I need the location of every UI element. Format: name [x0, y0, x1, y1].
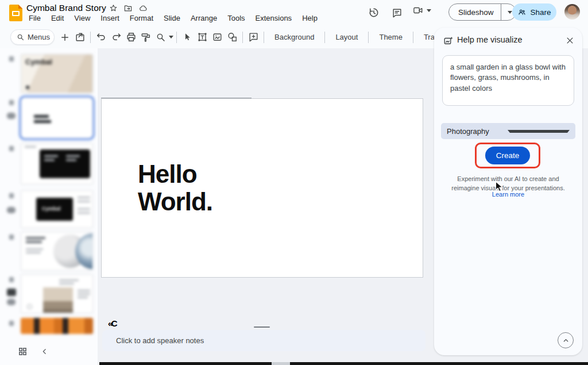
meet-camera-icon[interactable]	[412, 5, 431, 16]
move-folder-icon[interactable]	[123, 4, 133, 13]
slide-number	[9, 56, 14, 62]
thumb-text-blur	[59, 283, 74, 285]
star-icon[interactable]	[109, 4, 118, 13]
thumb-logo-dot	[26, 86, 29, 89]
help-me-visualize-panel: Help me visualize a small garden in a gl…	[434, 28, 582, 355]
zoom-tool-icon[interactable]	[153, 30, 168, 45]
thumb-text-blur	[26, 248, 43, 250]
learn-more-link[interactable]: Learn more	[448, 191, 568, 198]
layout-button[interactable]: Layout	[328, 33, 365, 41]
thumb-text-blur	[78, 293, 90, 295]
slide-thumbnail-2-selected[interactable]	[21, 97, 93, 139]
slide-number	[9, 277, 14, 282]
redo-icon[interactable]	[109, 30, 123, 45]
slide-link-icon	[7, 299, 16, 305]
cymbal-logo-mark: «C	[108, 318, 116, 328]
menu-file[interactable]: File	[26, 13, 46, 24]
close-panel-icon[interactable]	[564, 34, 575, 46]
paint-format-icon[interactable]	[138, 30, 153, 45]
version-history-icon[interactable]	[366, 5, 381, 20]
visualize-image-sparkle-icon	[443, 36, 454, 46]
slide-number	[9, 235, 14, 240]
collapse-filmstrip-icon[interactable]	[41, 348, 48, 355]
slide-link-icon	[7, 113, 16, 119]
add-comment-icon[interactable]	[246, 30, 261, 45]
zoom-dropdown-caret[interactable]	[169, 36, 173, 39]
theme-button[interactable]: Theme	[372, 33, 409, 41]
toolbar-divider	[90, 32, 91, 43]
slideshow-button[interactable]: Slideshow	[448, 3, 516, 21]
account-avatar[interactable]	[564, 4, 580, 20]
print-icon[interactable]	[123, 30, 138, 45]
slideshow-label[interactable]: Slideshow	[449, 4, 501, 20]
thumb-text-blur	[78, 201, 90, 202]
thumb-text-blur	[78, 290, 90, 291]
thumb-photo-blur	[43, 287, 73, 313]
menus-search-button[interactable]: Menus	[10, 29, 55, 45]
menu-help[interactable]: Help	[297, 13, 323, 24]
menu-insert[interactable]: Insert	[95, 13, 125, 24]
slide-thumbnail-4[interactable]: Cymbal	[21, 190, 93, 228]
menu-view[interactable]: View	[69, 13, 95, 24]
new-slide-icon[interactable]	[57, 30, 72, 45]
share-people-icon	[517, 8, 527, 16]
search-icon	[17, 33, 24, 41]
insert-image-icon[interactable]	[210, 30, 225, 45]
slide-thumbnail-5[interactable]	[21, 232, 93, 271]
cloud-saved-icon[interactable]	[138, 4, 148, 13]
thumb-text-blur	[78, 212, 90, 214]
text-box-icon[interactable]	[195, 30, 210, 45]
slide-canvas[interactable]: HelloWorld. «C	[101, 98, 423, 278]
grid-view-icon[interactable]	[18, 347, 27, 356]
thumb-text-blur	[26, 241, 42, 243]
thumb-text-blur	[78, 208, 90, 210]
slide-thumbnail-7[interactable]	[21, 318, 93, 334]
insert-shape-icon[interactable]	[225, 30, 239, 45]
share-button[interactable]: Share	[512, 3, 556, 21]
thumb-text-blur	[44, 159, 55, 161]
slide-number	[9, 146, 14, 151]
slide-thumbnail-3[interactable]	[21, 143, 93, 185]
speaker-notes-placeholder: Click to add speaker notes	[116, 336, 204, 345]
prompt-input[interactable]: a small garden in a glass bowl with flow…	[442, 55, 574, 106]
thumb-text-blur	[44, 155, 58, 157]
insert-slide-template-icon[interactable]	[72, 30, 87, 45]
thumb-text-blur	[34, 115, 49, 118]
thumb-text-blur	[78, 197, 90, 198]
slide-thumbnail-1[interactable]: Cymbal	[21, 54, 93, 93]
thumb-text-blur	[66, 155, 80, 157]
scroll-to-top-button[interactable]	[558, 332, 574, 348]
document-title[interactable]: Cymbal Brand Story	[26, 3, 106, 13]
menu-slide[interactable]: Slide	[158, 13, 185, 24]
toolbar-divider	[413, 32, 413, 43]
notes-resize-handle[interactable]	[254, 326, 270, 328]
create-button[interactable]: Create	[485, 147, 530, 164]
menu-extensions[interactable]: Extensions	[250, 13, 297, 24]
slide-filmstrip: Cymbal Cymbal	[0, 48, 98, 365]
slide-link-icon	[7, 207, 16, 213]
thumb-text-blur	[78, 297, 88, 298]
slide-title-text[interactable]: HelloWorld.	[138, 160, 212, 216]
menu-tools[interactable]: Tools	[222, 13, 250, 24]
style-dropdown[interactable]: Photography	[441, 123, 575, 139]
menu-format[interactable]: Format	[125, 13, 158, 24]
bottom-edge-strip	[99, 362, 588, 365]
comments-icon[interactable]	[389, 5, 404, 20]
thumb-image-blur	[40, 149, 90, 178]
slide-thumbnail-6[interactable]	[21, 274, 93, 313]
speaker-notes-box[interactable]: Click to add speaker notes	[102, 330, 425, 351]
camera-dropdown-caret[interactable]	[427, 9, 431, 12]
bottom-edge-gap	[272, 362, 290, 365]
thumb1-title: Cymbal	[25, 57, 52, 66]
background-button[interactable]: Background	[267, 33, 322, 41]
undo-icon[interactable]	[94, 30, 109, 45]
select-cursor-icon[interactable]	[180, 30, 195, 45]
toolbar-divider	[324, 32, 325, 43]
toolbar-divider	[242, 32, 243, 43]
google-slides-logo[interactable]	[9, 5, 22, 21]
menu-bar: File Edit View Insert Format Slide Arran…	[26, 13, 323, 24]
menu-arrange[interactable]: Arrange	[185, 13, 222, 24]
toolbar-divider	[176, 32, 177, 43]
thumb-text-blur	[26, 252, 41, 253]
menu-edit[interactable]: Edit	[46, 13, 69, 24]
